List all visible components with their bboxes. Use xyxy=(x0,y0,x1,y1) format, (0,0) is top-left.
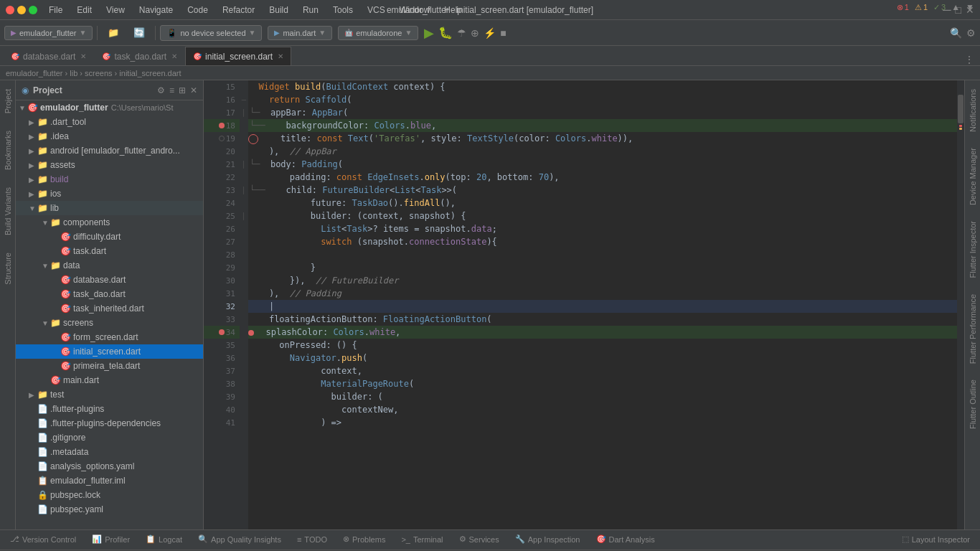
gutter-line-bp: 34 xyxy=(204,326,240,339)
tree-idea[interactable]: ▶ 📁 .idea xyxy=(16,129,203,143)
tab-task-dao[interactable]: 🎯 task_dao.dart ✕ xyxy=(94,47,185,65)
minimize-button[interactable] xyxy=(17,6,26,14)
bottom-tab-profiler[interactable]: 📊 Profiler xyxy=(85,533,137,547)
maximize-button[interactable] xyxy=(29,6,37,14)
tree-root[interactable]: ▼ 🎯 emulador_flutter C:\Users\mario\St xyxy=(16,100,203,115)
error-count[interactable]: ⊗ 1 xyxy=(897,3,909,12)
close-button[interactable] xyxy=(6,6,14,14)
tree-metadata[interactable]: 📄 .metadata xyxy=(16,445,203,459)
bottom-tab-layout-inspector[interactable]: ⬚ Layout Inspector xyxy=(895,533,977,547)
debug-button[interactable]: 🐛 xyxy=(438,26,453,39)
ok-count[interactable]: ✓ 3 xyxy=(933,3,946,12)
bottom-tab-todo[interactable]: ≡ TODO xyxy=(290,534,334,547)
tree-lib[interactable]: ▼ 📁 lib xyxy=(16,201,203,215)
tree-difficulty[interactable]: 🎯 difficulty.dart xyxy=(16,230,203,244)
fold-start[interactable]: ─ xyxy=(240,93,248,106)
warning-count[interactable]: ⚠ 1 xyxy=(915,3,928,12)
sidebar-item-bookmarks[interactable]: Bookmarks xyxy=(2,125,14,176)
bottom-tab-problems[interactable]: ⊗ Problems xyxy=(336,533,392,547)
settings-btn[interactable]: ⚙ xyxy=(966,27,976,39)
hot-reload-button[interactable]: ⚡ xyxy=(484,27,496,39)
project-selector[interactable]: ▶ emulador_flutter ▼ xyxy=(4,26,93,40)
search-everywhere-btn[interactable]: 🔍 xyxy=(950,27,962,39)
bottom-tab-app-inspection[interactable]: 🔧 App Inspection xyxy=(508,533,588,547)
code-editor[interactable]: Widget build(BuildContext context) { ret… xyxy=(248,80,957,529)
tree-flutter-plugins[interactable]: 📄 .flutter-plugins xyxy=(16,402,203,416)
sidebar-item-flutter-inspector[interactable]: Flutter Inspector xyxy=(967,215,979,283)
bottom-tab-version-control[interactable]: ⎇ Version Control xyxy=(3,533,83,547)
menu-refactor[interactable]: Refactor xyxy=(217,4,260,17)
tree-gitignore[interactable]: 📄 .gitignore xyxy=(16,430,203,445)
menu-view[interactable]: View xyxy=(100,4,131,17)
tab-close-task-dao[interactable]: ✕ xyxy=(171,52,177,60)
tree-task-inherited[interactable]: 🎯 task_inherited.dart xyxy=(16,301,203,316)
tab-close-database[interactable]: ✕ xyxy=(80,52,86,60)
chevron-down-icon[interactable]: ▼ xyxy=(966,2,974,12)
tree-task[interactable]: 🎯 task.dart xyxy=(16,244,203,258)
tree-assets[interactable]: ▶ 📁 assets xyxy=(16,158,203,172)
tree-initial-screen[interactable]: 🎯 initial_screen.dart xyxy=(16,344,203,359)
scrollbar-thumb[interactable] xyxy=(958,95,963,123)
tree-android[interactable]: ▶ 📁 android [emulador_flutter_andro... xyxy=(16,143,203,158)
menu-run[interactable]: Run xyxy=(297,4,324,17)
tab-close-initial-screen[interactable]: ✕ xyxy=(278,52,283,60)
emulator-selector[interactable]: 🤖 emuladorone ▼ xyxy=(338,26,418,40)
tree-build[interactable]: ▶ 📁 build xyxy=(16,172,203,187)
sync-btn[interactable]: 🔄 xyxy=(128,25,151,40)
sidebar-item-notifications[interactable]: Notifications xyxy=(967,83,979,138)
tree-form-screen[interactable]: 🎯 form_screen.dart xyxy=(16,330,203,344)
tab-more-btn[interactable]: ⋮ xyxy=(958,54,980,65)
folder-icon: 📁 xyxy=(37,203,48,213)
tree-components[interactable]: ▼ 📁 components xyxy=(16,215,203,230)
coverage-button[interactable]: ☂ xyxy=(457,27,466,39)
tree-flutter-plugins-deps[interactable]: 📄 .flutter-plugins-dependencies xyxy=(16,416,203,430)
tree-data[interactable]: ▼ 📁 data xyxy=(16,258,203,273)
editor-area[interactable]: 15 16 17 18 19 20 xyxy=(204,80,964,529)
menu-file[interactable]: File xyxy=(43,4,68,17)
menu-tools[interactable]: Tools xyxy=(327,4,359,17)
editor-content[interactable]: 15 16 17 18 19 20 xyxy=(204,80,964,529)
tab-initial-screen[interactable]: 🎯 initial_screen.dart ✕ xyxy=(185,47,291,65)
project-gear-icon[interactable]: ⚙ xyxy=(157,85,165,95)
tree-screens[interactable]: ▼ 📁 screens xyxy=(16,316,203,330)
project-expand-icon[interactable]: ≡ xyxy=(169,85,174,95)
sidebar-item-flutter-outline[interactable]: Flutter Outline xyxy=(967,374,979,435)
tree-task-dao-dart[interactable]: 🎯 task_dao.dart xyxy=(16,287,203,301)
tree-primeira-tela[interactable]: 🎯 primeira_tela.dart xyxy=(16,359,203,373)
tree-dart-tool[interactable]: ▶ 📁 .dart_tool xyxy=(16,115,203,129)
tree-iml[interactable]: 📋 emulador_flutter.iml xyxy=(16,474,203,488)
sidebar-item-structure[interactable]: Structure xyxy=(2,247,14,291)
tab-database[interactable]: 🎯 database.dart ✕ xyxy=(3,47,94,65)
sidebar-item-project[interactable]: Project xyxy=(2,83,14,119)
profile-button[interactable]: ⊕ xyxy=(471,27,479,39)
tree-pubspec-yaml[interactable]: 📄 pubspec.yaml xyxy=(16,502,203,517)
menu-code[interactable]: Code xyxy=(182,4,214,17)
sidebar-item-device-manager[interactable]: Device Manager xyxy=(967,142,979,211)
menu-edit[interactable]: Edit xyxy=(71,4,98,17)
editor-scrollbar[interactable] xyxy=(957,80,964,529)
tree-main-dart[interactable]: 🎯 main.dart xyxy=(16,373,203,387)
menu-navigate[interactable]: Navigate xyxy=(133,4,179,17)
tree-analysis-options[interactable]: 📄 analysis_options.yaml xyxy=(16,459,203,474)
bottom-tab-services[interactable]: ⚙ Services xyxy=(452,533,507,547)
tree-test[interactable]: ▶ 📁 test xyxy=(16,387,203,402)
main-file-selector[interactable]: ▶ main.dart ▼ xyxy=(268,26,332,40)
bottom-tab-app-quality[interactable]: 🔍 App Quality Insights xyxy=(191,533,288,547)
project-close-icon[interactable]: ✕ xyxy=(190,85,197,95)
device-selector[interactable]: 📱 no device selected ▼ xyxy=(160,25,262,41)
bottom-tab-logcat[interactable]: 📋 Logcat xyxy=(138,533,189,547)
tree-label: database.dart xyxy=(73,275,126,285)
menu-build[interactable]: Build xyxy=(263,4,294,17)
bottom-tab-dart-analysis[interactable]: 🎯 Dart Analysis xyxy=(589,533,662,547)
tree-pubspec-lock[interactable]: 🔒 pubspec.lock xyxy=(16,488,203,502)
tree-database-dart[interactable]: 🎯 database.dart xyxy=(16,273,203,287)
bottom-tab-terminal[interactable]: >_ Terminal xyxy=(394,534,450,547)
tree-ios[interactable]: ▶ 📁 ios xyxy=(16,187,203,201)
chevron-up-icon[interactable]: ▲ xyxy=(951,2,960,12)
sidebar-item-build-variants[interactable]: Build Variants xyxy=(2,182,14,241)
run-button[interactable]: ▶ xyxy=(424,25,434,41)
project-structure-btn[interactable]: 📁 xyxy=(102,25,125,40)
project-settings-icon[interactable]: ⊞ xyxy=(179,85,186,95)
sidebar-item-flutter-performance[interactable]: Flutter Performance xyxy=(967,288,979,369)
stop-button[interactable]: ■ xyxy=(500,27,506,39)
